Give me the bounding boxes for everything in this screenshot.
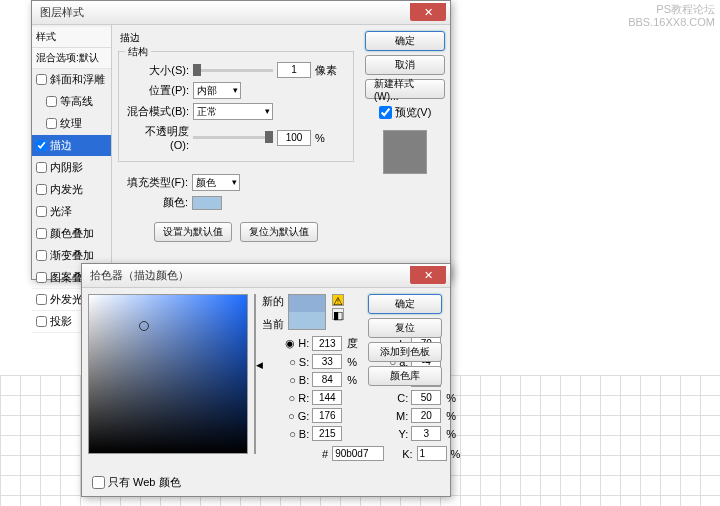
h-radio[interactable]: ◉ H: — [262, 337, 309, 350]
hue-slider[interactable]: ◀ — [254, 294, 256, 454]
color-field[interactable] — [88, 294, 248, 454]
style-list: 样式 混合选项:默认 斜面和浮雕 等高线 纹理 描边 内阴影 内发光 光泽 颜色… — [32, 25, 112, 279]
picker-title: 拾色器（描边颜色） — [86, 268, 189, 283]
k-input[interactable] — [417, 446, 447, 461]
style-item-bevel[interactable]: 斜面和浮雕 — [32, 69, 111, 91]
checkbox[interactable] — [46, 118, 57, 129]
watermark-line2: BBS.16XX8.COM — [628, 16, 715, 29]
cancel-button[interactable]: 取消 — [365, 55, 445, 75]
new-style-button[interactable]: 新建样式(W)... — [365, 79, 445, 99]
new-label: 新的 — [262, 294, 284, 309]
s-input[interactable] — [312, 354, 342, 369]
warning-icon[interactable]: ⚠ — [332, 294, 344, 306]
close-icon[interactable]: ✕ — [410, 3, 446, 21]
dialog-title: 图层样式 — [36, 5, 84, 20]
opacity-label: 不透明度(O): — [127, 124, 189, 151]
h-input[interactable] — [312, 336, 342, 351]
style-item-satin[interactable]: 光泽 — [32, 201, 111, 223]
opacity-slider[interactable] — [193, 136, 273, 139]
m-input[interactable] — [411, 408, 441, 423]
opacity-input[interactable]: 100 — [277, 130, 311, 146]
checkbox[interactable] — [36, 228, 47, 239]
set-default-button[interactable]: 设置为默认值 — [154, 222, 232, 242]
titlebar[interactable]: 图层样式 ✕ — [32, 1, 450, 25]
b-radio[interactable]: ○ B: — [262, 374, 309, 386]
current-label: 当前 — [262, 317, 284, 332]
checkbox[interactable] — [36, 184, 47, 195]
preview-swatch — [383, 130, 427, 174]
style-item-stroke[interactable]: 描边 — [32, 135, 111, 157]
picker-cancel-button[interactable]: 复位 — [368, 318, 442, 338]
checkbox[interactable] — [36, 140, 47, 151]
blend-label: 混合模式(B): — [127, 104, 189, 119]
cube-icon[interactable]: ◧ — [332, 308, 344, 320]
r-radio[interactable]: ○ R: — [262, 392, 309, 404]
picker-ok-button[interactable]: 确定 — [368, 294, 442, 314]
checkbox[interactable] — [36, 206, 47, 217]
web-only-check[interactable]: 只有 Web 颜色 — [92, 475, 181, 490]
watermark-line1: PS教程论坛 — [628, 3, 715, 16]
style-item-texture[interactable]: 纹理 — [32, 113, 111, 135]
struct-label: 结构 — [125, 45, 151, 59]
c-input[interactable] — [411, 390, 441, 405]
preview-check[interactable]: 预览(V) — [379, 105, 432, 120]
r-input[interactable] — [312, 390, 342, 405]
ok-button[interactable]: 确定 — [365, 31, 445, 51]
titlebar[interactable]: 拾色器（描边颜色） ✕ — [82, 264, 450, 288]
pos-label: 位置(P): — [127, 83, 189, 98]
size-input[interactable]: 1 — [277, 62, 311, 78]
position-dropdown[interactable]: 内部 — [193, 82, 241, 99]
checkbox[interactable] — [46, 96, 57, 107]
color-lib-button[interactable]: 颜色库 — [368, 366, 442, 386]
bv-input[interactable] — [312, 426, 342, 441]
layer-style-dialog: 图层样式 ✕ 样式 混合选项:默认 斜面和浮雕 等高线 纹理 描边 内阴影 内发… — [31, 0, 451, 280]
style-item-contour[interactable]: 等高线 — [32, 91, 111, 113]
color-picker-dialog: 拾色器（描边颜色） ✕ ◀ 新的当前 ⚠ ◧ ◉ H:度 ○ L: — [81, 263, 451, 497]
panel-header: 描边 — [120, 31, 354, 45]
checkbox[interactable] — [36, 316, 47, 327]
g-input[interactable] — [312, 408, 342, 423]
hex-input[interactable] — [332, 446, 384, 461]
stroke-color-swatch[interactable] — [192, 196, 222, 210]
filltype-dropdown[interactable]: 颜色 — [192, 174, 240, 191]
checkbox[interactable] — [36, 74, 47, 85]
filltype-label: 填充类型(F): — [126, 175, 188, 190]
checkbox[interactable] — [36, 162, 47, 173]
s-radio[interactable]: ○ S: — [262, 356, 309, 368]
size-label: 大小(S): — [127, 63, 189, 78]
stroke-panel: 描边 结构 大小(S):1像素 位置(P):内部 混合模式(B):正常 不透明度… — [112, 25, 360, 279]
checkbox[interactable] — [36, 250, 47, 261]
y-input[interactable] — [411, 426, 441, 441]
reset-default-button[interactable]: 复位为默认值 — [240, 222, 318, 242]
size-slider[interactable] — [193, 69, 273, 72]
checkbox[interactable] — [36, 272, 47, 283]
add-swatch-button[interactable]: 添加到色板 — [368, 342, 442, 362]
style-item-inner-glow[interactable]: 内发光 — [32, 179, 111, 201]
bv-radio[interactable]: ○ B: — [262, 428, 309, 440]
color-label: 颜色: — [126, 195, 188, 210]
style-item-inner-shadow[interactable]: 内阴影 — [32, 157, 111, 179]
close-icon[interactable]: ✕ — [410, 266, 446, 284]
picker-cursor[interactable] — [139, 321, 149, 331]
new-current-swatch[interactable] — [288, 294, 326, 330]
blend-dropdown[interactable]: 正常 — [193, 103, 273, 120]
bb-input[interactable] — [312, 372, 342, 387]
right-column: 确定 取消 新建样式(W)... 预览(V) — [360, 25, 450, 279]
blend-default[interactable]: 混合选项:默认 — [32, 48, 111, 69]
checkbox[interactable] — [36, 294, 47, 305]
g-radio[interactable]: ○ G: — [262, 410, 309, 422]
style-item-color-overlay[interactable]: 颜色叠加 — [32, 223, 111, 245]
styles-header[interactable]: 样式 — [32, 27, 111, 48]
